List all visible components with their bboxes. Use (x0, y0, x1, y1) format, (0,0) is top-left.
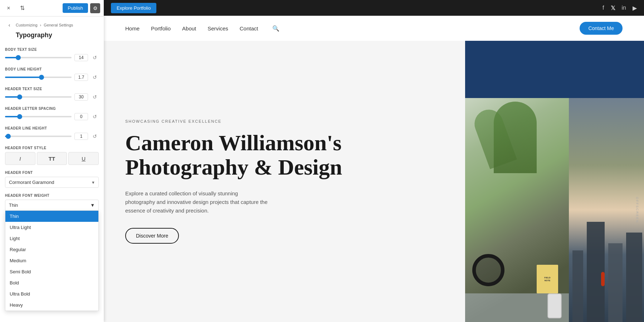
body-line-height-track[interactable] (5, 77, 72, 78)
body-line-height-row: BODY LINE HEIGHT 1.7 ↺ (5, 67, 99, 81)
header-text-size-control: 30 ↺ (5, 93, 99, 101)
body-text-size-track[interactable] (5, 57, 72, 58)
hero-image-desk: FIELD NOTE (465, 98, 569, 322)
hero-content: SHOWCASING CREATIVE EXCELLENCE Cameron W… (104, 41, 465, 322)
header-font-label: HEADER FONT (5, 171, 99, 175)
body-text-size-control: 14 ↺ (5, 54, 99, 62)
header-text-size-reset[interactable]: ↺ (91, 93, 99, 101)
header-line-height-track[interactable] (5, 136, 72, 137)
header-font-weight-label: HEADER FONT WEIGHT (5, 194, 99, 197)
italic-button[interactable]: I (5, 152, 35, 165)
facebook-icon[interactable]: f (602, 5, 604, 11)
breadcrumb-text: Customizing › General Settings (16, 23, 73, 27)
header-text-size-label: HEADER TEXT SIZE (5, 87, 99, 91)
underline-button[interactable]: U (68, 152, 99, 165)
hero-image-city: Offscreen (569, 98, 644, 322)
body-line-height-label: BODY LINE HEIGHT (5, 67, 99, 71)
header-line-height-value[interactable]: 1 (74, 133, 88, 140)
header-line-height-control: 1 ↺ (5, 132, 99, 140)
header-font-weight-row: HEADER FONT WEIGHT Thin ▼ Thin Ultra Lig… (5, 194, 99, 211)
header-font-style-label: HEADER FONT STYLE (5, 146, 99, 150)
weight-option-bold[interactable]: Bold (5, 277, 98, 288)
header-font-style-row: HEADER FONT STYLE I TT U (5, 146, 99, 165)
weight-option-medium[interactable]: Medium (5, 255, 98, 266)
header-font-row: HEADER FONT Cormorant Garamond ▼ (5, 171, 99, 188)
weight-option-heavy[interactable]: Heavy (5, 299, 98, 311)
hero-image-blue-top (465, 41, 644, 98)
body-text-size-value[interactable]: 14 (74, 54, 88, 61)
twitter-x-icon[interactable]: 𝕏 (611, 5, 615, 11)
linkedin-icon[interactable]: in (622, 5, 626, 11)
body-line-height-control: 1.7 ↺ (5, 73, 99, 81)
website-preview: Explore Portfolio f 𝕏 in ▶ Home Portfoli… (104, 0, 644, 322)
panel-title: Typography (0, 31, 104, 44)
nav-about[interactable]: About (182, 25, 196, 31)
hero-section: SHOWCASING CREATIVE EXCELLENCE Cameron W… (104, 41, 644, 322)
discover-more-button[interactable]: Discover More (125, 228, 179, 244)
hero-subtitle: SHOWCASING CREATIVE EXCELLENCE (125, 119, 444, 123)
weight-option-ultralight[interactable]: Ultra Light (5, 222, 98, 233)
nav-home[interactable]: Home (125, 25, 140, 31)
header-letter-spacing-label: HEADER LETTER SPACING (5, 107, 99, 111)
hero-title: Cameron Williamson's Photography & Desig… (125, 131, 444, 179)
header-text-size-row: HEADER TEXT SIZE 30 ↺ (5, 87, 99, 101)
header-font-select[interactable]: Cormorant Garamond (5, 177, 99, 188)
weight-option-ultrabold[interactable]: Ultra Bold (5, 288, 98, 299)
site-topbar: Explore Portfolio f 𝕏 in ▶ (104, 0, 644, 16)
social-icons-bar: f 𝕏 in ▶ (602, 5, 637, 11)
explore-portfolio-button[interactable]: Explore Portfolio (111, 3, 156, 13)
header-line-height-reset[interactable]: ↺ (91, 132, 99, 140)
header-line-height-label: HEADER LINE HEIGHT (5, 126, 99, 130)
close-button[interactable]: × (4, 3, 14, 13)
weight-option-regular[interactable]: Regular (5, 244, 98, 255)
weight-option-light[interactable]: Light (5, 233, 98, 244)
topbar-right: Publish ⚙ (63, 3, 100, 13)
bold-button[interactable]: TT (37, 152, 67, 165)
phone-shape (547, 293, 562, 318)
body-text-size-reset[interactable]: ↺ (91, 54, 99, 62)
undo-redo-button[interactable]: ⇅ (17, 3, 27, 13)
nav-links: Home Portfolio About Services Contact 🔍 (125, 25, 279, 32)
weight-option-semibold[interactable]: Semi Bold (5, 266, 98, 277)
breadcrumb-parent[interactable]: Customizing (16, 23, 38, 27)
offscreen-label: Offscreen (635, 197, 639, 223)
hero-description: Explore a curated collection of visually… (125, 189, 268, 215)
weight-current-value: Thin (9, 203, 18, 208)
search-icon[interactable]: 🔍 (272, 25, 279, 32)
header-font-weight-display[interactable]: Thin ▼ (5, 200, 99, 211)
contact-me-button[interactable]: Contact Me (580, 22, 623, 35)
font-weight-dropdown-list: Thin Ultra Light Light Regular Medium Se… (5, 211, 99, 311)
header-font-dropdown: Cormorant Garamond ▼ (5, 177, 99, 188)
body-line-height-reset[interactable]: ↺ (91, 73, 99, 81)
publish-button[interactable]: Publish (63, 3, 88, 13)
header-letter-spacing-track[interactable] (5, 116, 72, 117)
nav-portfolio[interactable]: Portfolio (151, 25, 171, 31)
breadcrumb-separator: › (40, 23, 42, 27)
customizer-panel: × ⇅ Publish ⚙ ‹ Customizing › General Se… (0, 0, 104, 322)
header-letter-spacing-control: 0 ↺ (5, 113, 99, 121)
header-line-height-row: HEADER LINE HEIGHT 1 ↺ (5, 126, 99, 140)
youtube-icon[interactable]: ▶ (633, 5, 637, 11)
customizer-topbar: × ⇅ Publish ⚙ (0, 0, 104, 16)
breadcrumb-current: General Settings (44, 23, 73, 27)
hero-images: FIELD NOTE Offscreen (465, 41, 644, 322)
field-note: FIELD NOTE (537, 265, 558, 293)
site-navigation: Home Portfolio About Services Contact 🔍 … (104, 16, 644, 41)
body-text-size-label: BODY TEXT SIZE (5, 48, 99, 52)
topbar-left: × ⇅ (4, 3, 27, 13)
header-letter-spacing-reset[interactable]: ↺ (91, 113, 99, 121)
nav-services[interactable]: Services (208, 25, 228, 31)
weight-option-thin[interactable]: Thin (5, 211, 98, 222)
nav-contact[interactable]: Contact (240, 25, 258, 31)
back-button[interactable]: ‹ (5, 21, 14, 29)
body-text-size-row: BODY TEXT SIZE 14 ↺ (5, 48, 99, 62)
body-line-height-value[interactable]: 1.7 (74, 74, 88, 81)
settings-gear-button[interactable]: ⚙ (90, 3, 100, 13)
header-text-size-track[interactable] (5, 96, 72, 98)
weight-dropdown-arrow-icon: ▼ (90, 203, 95, 208)
header-letter-spacing-value[interactable]: 0 (74, 113, 88, 120)
font-style-buttons: I TT U (5, 152, 99, 165)
header-letter-spacing-row: HEADER LETTER SPACING 0 ↺ (5, 107, 99, 121)
breadcrumb: ‹ Customizing › General Settings (0, 16, 104, 31)
header-text-size-value[interactable]: 30 (74, 93, 88, 101)
